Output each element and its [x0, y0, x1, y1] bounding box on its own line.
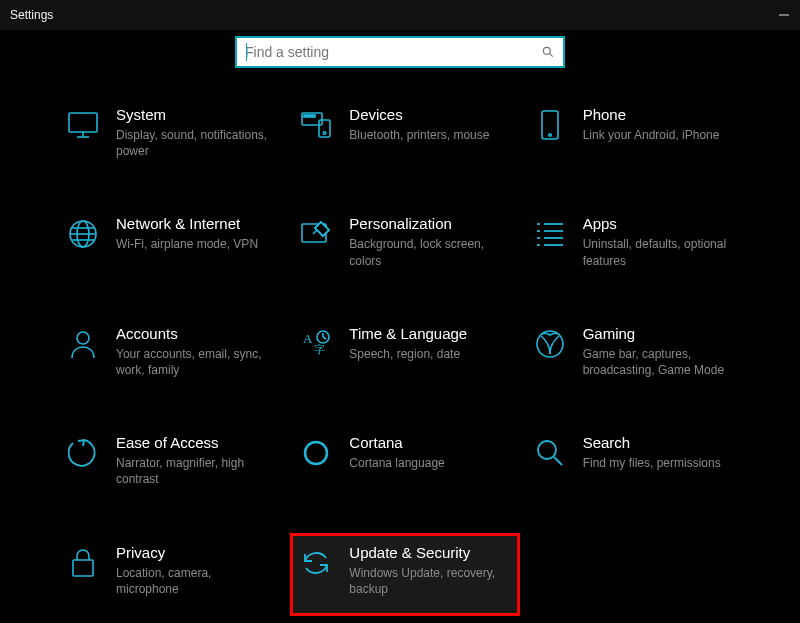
category-title: Network & Internet: [116, 215, 269, 232]
svg-line-2: [549, 53, 552, 56]
system-icon: [66, 108, 100, 142]
time-language-icon: A 字: [299, 327, 333, 361]
window-controls: [778, 9, 790, 21]
category-title: Accounts: [116, 325, 269, 342]
search-icon: [541, 45, 555, 59]
devices-icon: [299, 108, 333, 142]
search-container: [0, 36, 800, 68]
svg-point-37: [538, 441, 556, 459]
category-text: Phone Link your Android, iPhone: [583, 106, 744, 143]
category-update-security[interactable]: Update & Security Windows Update, recove…: [293, 536, 516, 613]
update-icon: [299, 546, 333, 580]
category-title: Privacy: [116, 544, 269, 561]
category-privacy[interactable]: Privacy Location, camera, microphone: [60, 536, 283, 613]
category-text: System Display, sound, notifications, po…: [116, 106, 277, 159]
svg-rect-9: [312, 115, 315, 117]
svg-point-36: [305, 442, 327, 464]
category-desc: Background, lock screen, colors: [349, 236, 502, 268]
category-ease-of-access[interactable]: Ease of Access Narrator, magnifier, high…: [60, 426, 283, 497]
category-text: Gaming Game bar, captures, broadcasting,…: [583, 325, 744, 378]
svg-line-34: [323, 337, 326, 339]
category-devices[interactable]: Devices Bluetooth, printers, mouse: [293, 98, 516, 169]
window-title: Settings: [10, 8, 53, 22]
svg-point-1: [543, 47, 550, 54]
svg-point-29: [77, 332, 89, 344]
category-apps[interactable]: Apps Uninstall, defaults, optional featu…: [527, 207, 750, 278]
category-title: Cortana: [349, 434, 502, 451]
category-time-language[interactable]: A 字 Time & Language Speech, region, date: [293, 317, 516, 388]
category-desc: Uninstall, defaults, optional features: [583, 236, 736, 268]
category-desc: Link your Android, iPhone: [583, 127, 736, 143]
svg-rect-8: [308, 115, 311, 117]
category-title: Phone: [583, 106, 736, 123]
category-desc: Game bar, captures, broadcasting, Game M…: [583, 346, 736, 378]
svg-point-13: [548, 134, 551, 137]
category-text: Personalization Background, lock screen,…: [349, 215, 510, 268]
category-title: Search: [583, 434, 736, 451]
phone-icon: [533, 108, 567, 142]
svg-line-38: [554, 457, 562, 465]
category-desc: Narrator, magnifier, high contrast: [116, 455, 269, 487]
category-title: Update & Security: [349, 544, 502, 561]
category-desc: Bluetooth, printers, mouse: [349, 127, 502, 143]
xbox-icon: [533, 327, 567, 361]
category-personalization[interactable]: Personalization Background, lock screen,…: [293, 207, 516, 278]
category-desc: Display, sound, notifications, power: [116, 127, 269, 159]
svg-rect-3: [69, 113, 97, 132]
category-text: Search Find my files, permissions: [583, 434, 744, 471]
category-title: Personalization: [349, 215, 502, 232]
category-text: Accounts Your accounts, email, sync, wor…: [116, 325, 277, 378]
category-gaming[interactable]: Gaming Game bar, captures, broadcasting,…: [527, 317, 750, 388]
globe-icon: [66, 217, 100, 251]
category-system[interactable]: System Display, sound, notifications, po…: [60, 98, 283, 169]
ease-of-access-icon: [66, 436, 100, 470]
category-desc: Location, camera, microphone: [116, 565, 269, 597]
apps-list-icon: [533, 217, 567, 251]
lock-icon: [66, 546, 100, 580]
svg-point-11: [324, 132, 327, 135]
category-desc: Windows Update, recovery, backup: [349, 565, 502, 597]
category-accounts[interactable]: Accounts Your accounts, email, sync, wor…: [60, 317, 283, 388]
minimize-button[interactable]: [778, 9, 790, 21]
category-title: Apps: [583, 215, 736, 232]
category-text: Network & Internet Wi-Fi, airplane mode,…: [116, 215, 277, 252]
svg-text:字: 字: [314, 343, 325, 355]
category-search[interactable]: Search Find my files, permissions: [527, 426, 750, 497]
svg-rect-7: [304, 115, 307, 117]
titlebar: Settings: [0, 0, 800, 30]
category-desc: Speech, region, date: [349, 346, 502, 362]
svg-rect-12: [542, 111, 558, 139]
category-text: Update & Security Windows Update, recove…: [349, 544, 510, 597]
svg-line-20: [313, 230, 317, 234]
category-text: Time & Language Speech, region, date: [349, 325, 510, 362]
search-category-icon: [533, 436, 567, 470]
category-title: Gaming: [583, 325, 736, 342]
category-text: Ease of Access Narrator, magnifier, high…: [116, 434, 277, 487]
category-title: System: [116, 106, 269, 123]
category-title: Ease of Access: [116, 434, 269, 451]
category-text: Devices Bluetooth, printers, mouse: [349, 106, 510, 143]
category-text: Cortana Cortana language: [349, 434, 510, 471]
category-desc: Cortana language: [349, 455, 502, 471]
category-cortana[interactable]: Cortana Cortana language: [293, 426, 516, 497]
category-desc: Wi-Fi, airplane mode, VPN: [116, 236, 269, 252]
paintbrush-icon: [299, 217, 333, 251]
category-text: Privacy Location, camera, microphone: [116, 544, 277, 597]
search-box[interactable]: [235, 36, 565, 68]
search-input[interactable]: [245, 44, 541, 60]
settings-grid: System Display, sound, notifications, po…: [0, 98, 800, 613]
category-text: Apps Uninstall, defaults, optional featu…: [583, 215, 744, 268]
category-desc: Your accounts, email, sync, work, family: [116, 346, 269, 378]
cortana-icon: [299, 436, 333, 470]
text-caret: [246, 43, 247, 61]
category-network[interactable]: Network & Internet Wi-Fi, airplane mode,…: [60, 207, 283, 278]
svg-rect-39: [73, 560, 93, 576]
category-desc: Find my files, permissions: [583, 455, 736, 471]
category-title: Devices: [349, 106, 502, 123]
person-icon: [66, 327, 100, 361]
category-title: Time & Language: [349, 325, 502, 342]
category-phone[interactable]: Phone Link your Android, iPhone: [527, 98, 750, 169]
svg-text:A: A: [303, 331, 313, 346]
